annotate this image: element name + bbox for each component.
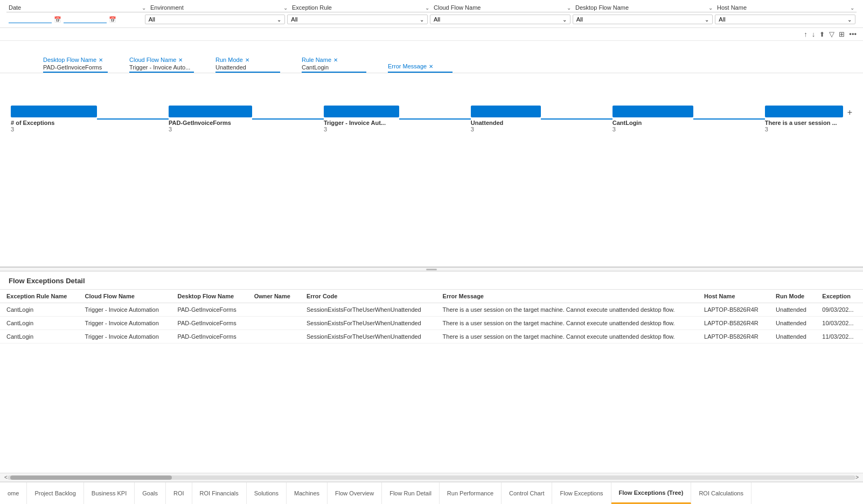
run-mode-chip-value: Unattended	[215, 64, 280, 71]
bar-pad[interactable]: PAD-GetInvoiceForms 3	[169, 106, 252, 132]
bar-cantlogin[interactable]: CantLogin 3	[613, 106, 693, 132]
tab-machines[interactable]: Machines	[287, 482, 328, 504]
expand-icon[interactable]: ⊞	[839, 30, 845, 38]
cloud-flow-dropdown-chevron-icon: ⌄	[562, 17, 567, 23]
bar-session[interactable]: There is a user session ... 3	[765, 106, 843, 132]
col-header-run-mode[interactable]: Run Mode	[769, 290, 816, 303]
table-cell-1-1: Trigger - Invoice Automation	[79, 317, 171, 330]
tab-goals[interactable]: Goals	[135, 482, 166, 504]
calendar-from-icon[interactable]: 📅	[54, 16, 61, 23]
desktop-flow-chip-close[interactable]: ✕	[99, 57, 103, 63]
host-name-dropdown[interactable]: All ⌄	[715, 15, 855, 24]
error-message-chip-close[interactable]: ✕	[429, 64, 433, 69]
table-cell-0-3	[248, 303, 300, 317]
bars-chart-row: # of Exceptions 3 PAD-GetInvoiceForms 3 …	[0, 73, 863, 132]
cloud-flow-chip: Cloud Flow Name ✕ Trigger - Invoice Auto…	[129, 57, 194, 73]
table-cell-2-5: There is a user session on the target ma…	[436, 330, 698, 344]
scroll-thumb[interactable]	[10, 475, 172, 480]
table-row[interactable]: CantLoginTrigger - Invoice AutomationPAD…	[0, 303, 863, 317]
table-cell-2-8: 11/03/202...	[816, 330, 863, 344]
tab-roi[interactable]: ROI	[166, 482, 192, 504]
connector-1	[97, 118, 169, 120]
tab-flow-exceptions[interactable]: Flow Exceptions	[552, 482, 611, 504]
detail-title: Flow Exceptions Detail	[0, 271, 863, 290]
more-options-icon[interactable]: •••	[849, 30, 857, 38]
environment-dropdown[interactable]: All ⌄	[145, 15, 286, 24]
table-row[interactable]: CantLoginTrigger - Invoice AutomationPAD…	[0, 330, 863, 344]
desktop-flow-filter-col: Desktop Flow Name ⌄	[573, 4, 715, 12]
add-column-icon[interactable]: +	[847, 108, 852, 117]
date-range-input: 09/03/2022 📅 11/03/2022 📅	[6, 15, 144, 24]
tab-flow-run-detail[interactable]: Flow Run Detail	[382, 482, 440, 504]
filter-icon[interactable]: ▽	[829, 30, 834, 38]
run-mode-chip-close[interactable]: ✕	[245, 57, 249, 63]
col-header-error-code[interactable]: Error Code	[300, 290, 436, 303]
scroll-left-icon[interactable]: <	[4, 474, 8, 480]
tab-business-kpi[interactable]: Business KPI	[84, 482, 135, 504]
calendar-to-icon[interactable]: 📅	[109, 16, 116, 23]
hierarchy-icon[interactable]: ⬆	[819, 31, 825, 38]
table-cell-2-2: PAD-GetInvoiceForms	[171, 330, 248, 344]
detail-table-wrapper[interactable]: Exception Rule Name Cloud Flow Name Desk…	[0, 290, 863, 473]
scroll-right-icon[interactable]: >	[855, 474, 859, 480]
date-filter-col: Date ⌄	[6, 4, 148, 12]
table-cell-1-4: SessionExistsForTheUserWhenUnattended	[300, 317, 436, 330]
filter-bar: Date ⌄ Environment ⌄ Exception Rule ⌄ Cl…	[0, 0, 863, 28]
col-header-host-name[interactable]: Host Name	[698, 290, 769, 303]
filter-values-row: 09/03/2022 📅 11/03/2022 📅 All ⌄ All ⌄ Al…	[6, 15, 857, 24]
tab-run-performance[interactable]: Run Performance	[440, 482, 502, 504]
tab-solutions[interactable]: Solutions	[247, 482, 287, 504]
tab-flow-overview[interactable]: Flow Overview	[328, 482, 382, 504]
table-cell-1-2: PAD-GetInvoiceForms	[171, 317, 248, 330]
column-filter-chips-row: Desktop Flow Name ✕ PAD-GetInvoiceForms …	[0, 41, 863, 73]
cloud-flow-dropdown[interactable]: All ⌄	[430, 15, 570, 24]
cloud-flow-chip-close[interactable]: ✕	[178, 57, 183, 63]
bar-cantlogin-bar	[613, 106, 693, 117]
run-mode-chip: Run Mode ✕ Unattended	[215, 57, 280, 73]
host-filter-label: Host Name ⌄	[715, 4, 857, 12]
table-cell-0-0: CantLogin	[0, 303, 79, 317]
tab-roi-financials[interactable]: ROI Financials	[192, 482, 247, 504]
col-header-exception[interactable]: Exception	[816, 290, 863, 303]
cloud-flow-filter-col: Cloud Flow Name ⌄	[432, 4, 573, 12]
tab-ome[interactable]: ome	[0, 482, 27, 504]
table-row[interactable]: CantLoginTrigger - Invoice AutomationPAD…	[0, 317, 863, 330]
sort-desc-icon[interactable]: ↓	[812, 30, 816, 38]
table-cell-0-2: PAD-GetInvoiceForms	[171, 303, 248, 317]
col-header-exception-rule[interactable]: Exception Rule Name	[0, 290, 79, 303]
desktop-flow-chevron-icon: ⌄	[708, 5, 713, 11]
desktop-flow-chip-value: PAD-GetInvoiceForms	[43, 64, 108, 71]
tab-roi-calculations[interactable]: ROI Calculations	[691, 482, 751, 504]
bar-exceptions[interactable]: # of Exceptions 3	[11, 106, 97, 132]
col-header-cloud-flow[interactable]: Cloud Flow Name	[79, 290, 171, 303]
bar-cantlogin-count: 3	[613, 126, 693, 132]
date-chevron-icon: ⌄	[142, 5, 146, 11]
rule-name-chip-close[interactable]: ✕	[333, 57, 338, 63]
env-dropdown-chevron-icon: ⌄	[277, 17, 281, 23]
connector-3	[399, 118, 471, 120]
tab-project-backlog[interactable]: Project Backlog	[27, 482, 83, 504]
col-header-error-message[interactable]: Error Message	[436, 290, 698, 303]
date-to-input[interactable]: 11/03/2022	[64, 16, 107, 23]
divider-handle[interactable]	[0, 267, 863, 271]
tab-flow-exceptions-(tree)[interactable]: Flow Exceptions (Tree)	[611, 482, 692, 504]
table-cell-0-7: Unattended	[769, 303, 816, 317]
tab-control-chart[interactable]: Control Chart	[502, 482, 552, 504]
date-from-input[interactable]: 09/03/2022	[9, 16, 52, 23]
detail-area: Flow Exceptions Detail Exception Rule Na…	[0, 271, 863, 481]
desktop-flow-dropdown[interactable]: All ⌄	[573, 15, 713, 24]
sort-asc-icon[interactable]: ↑	[804, 30, 808, 38]
scroll-track[interactable]	[8, 475, 855, 480]
error-message-chip: Error Message ✕	[388, 63, 453, 73]
horizontal-scrollbar[interactable]: < >	[0, 473, 863, 481]
col-header-owner[interactable]: Owner Name	[248, 290, 300, 303]
desktop-flow-filter-label: Desktop Flow Name ⌄	[573, 4, 715, 12]
bar-trigger[interactable]: Trigger - Invoice Aut... 3	[324, 106, 399, 132]
bar-pad-count: 3	[169, 126, 252, 132]
tab-bar: omeProject BacklogBusiness KPIGoalsROIRO…	[0, 481, 863, 504]
bar-unattended[interactable]: Unattended 3	[471, 106, 541, 132]
table-cell-2-0: CantLogin	[0, 330, 79, 344]
exception-rule-dropdown[interactable]: All ⌄	[287, 15, 428, 24]
env-chevron-icon: ⌄	[283, 5, 288, 11]
col-header-desktop-flow[interactable]: Desktop Flow Name	[171, 290, 248, 303]
